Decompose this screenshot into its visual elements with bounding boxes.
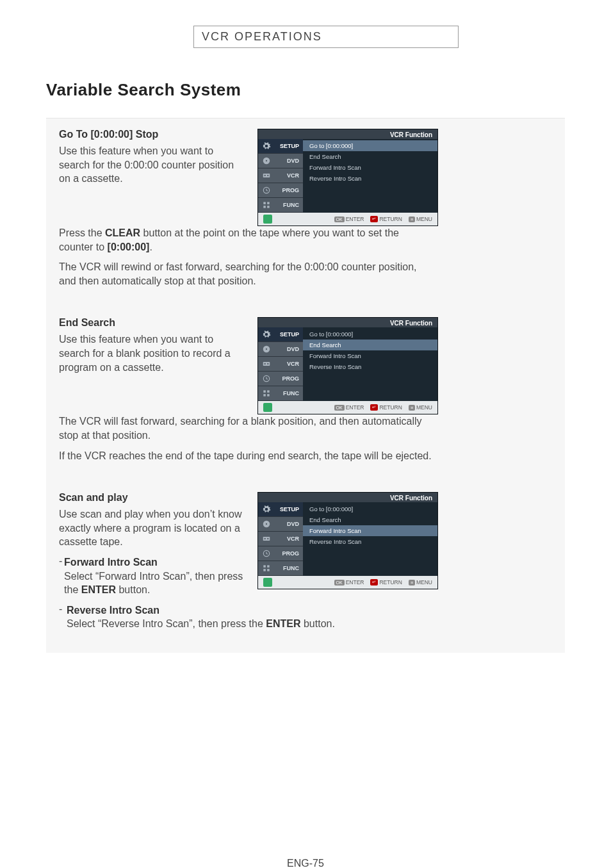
svg-rect-2 — [263, 174, 270, 177]
osd-tab-vcr: VCR — [258, 168, 303, 183]
osd-opt-goto: Go to [0:00:000] — [303, 504, 437, 514]
osd-foot-menu: ≡MENU — [409, 404, 432, 411]
disc-icon — [262, 520, 271, 528]
osd-foot-menu: ≡MENU — [409, 216, 432, 222]
osd-foot-enter: OKENTER — [334, 216, 364, 222]
endsearch-p1: Use this feature when you want to search… — [59, 332, 245, 374]
osd-foot-return: ↵RETURN — [370, 579, 402, 585]
grid-icon — [262, 564, 271, 573]
osd-tab-func: FUNC — [258, 561, 303, 576]
dpad-icon — [263, 578, 272, 587]
osd-foot-return: ↵RETURN — [370, 404, 402, 411]
osd-tabs: SETUP DVD VCR PROG FUNC — [258, 327, 303, 401]
osd-tab-prog: PROG — [258, 546, 303, 561]
goto-p2: Press the CLEAR button at the point on t… — [59, 226, 434, 254]
svg-rect-18 — [263, 395, 266, 397]
osd-opt-endsearch: End Search — [303, 151, 437, 162]
svg-rect-16 — [263, 391, 266, 393]
svg-point-4 — [267, 175, 268, 176]
goto-p3: The VCR will rewind or fast forward, sea… — [59, 260, 434, 288]
osd-tabs: SETUP DVD VCR PROG FUNC — [258, 502, 303, 576]
dpad-icon — [263, 215, 272, 224]
osd-tab-prog: PROG — [258, 183, 303, 198]
osd-menu-goto: VCR Function SETUP DVD VCR PROG FUNC Go … — [257, 129, 438, 226]
osd-menu-scanplay: VCR Function SETUP DVD VCR PROG FUNC Go … — [257, 492, 438, 589]
svg-point-21 — [266, 523, 267, 525]
osd-foot-menu: ≡MENU — [409, 579, 432, 585]
tape-icon — [262, 359, 271, 368]
gear-icon — [262, 142, 271, 151]
osd-tab-dvd: DVD — [258, 342, 303, 357]
svg-point-14 — [267, 363, 268, 364]
dpad-icon — [263, 403, 272, 412]
page-title: Variable Search System — [46, 80, 565, 100]
svg-rect-7 — [267, 202, 270, 204]
osd-footer: OKENTER ↵RETURN ≡MENU — [258, 576, 437, 589]
tape-icon — [262, 534, 271, 543]
osd-tab-vcr: VCR — [258, 532, 303, 546]
page-number: ENG-75 — [46, 858, 565, 868]
osd-tab-setup: SETUP — [258, 139, 303, 154]
osd-opt-revintro: Reverse Intro Scan — [303, 361, 437, 372]
svg-rect-29 — [267, 569, 270, 571]
osd-tab-func: FUNC — [258, 386, 303, 401]
fwd-intro-head: Forward Intro Scan — [64, 557, 158, 568]
tape-icon — [262, 171, 271, 180]
osd-foot-return: ↵RETURN — [370, 216, 402, 222]
osd-foot-enter: OKENTER — [334, 579, 364, 585]
fwd-intro-body: Select “Forward Intro Scan”, then press … — [64, 569, 245, 597]
rev-intro-body: Select “Reverse Intro Scan”, then press … — [67, 617, 335, 631]
osd-tab-vcr: VCR — [258, 357, 303, 372]
osd-options: Go to [0:00:000] End Search Forward Intr… — [303, 327, 437, 401]
osd-title: VCR Function — [258, 318, 437, 327]
svg-point-23 — [265, 538, 266, 539]
osd-opt-goto: Go to [0:00:000] — [303, 329, 437, 340]
svg-point-1 — [266, 160, 267, 161]
osd-foot-enter: OKENTER — [334, 404, 364, 411]
osd-tab-prog: PROG — [258, 372, 303, 386]
endsearch-p3: If the VCR reaches the end of the tape d… — [59, 449, 434, 463]
osd-footer: OKENTER ↵RETURN ≡MENU — [258, 213, 437, 225]
section-goto: Go To [0:00:00] Stop Use this feature wh… — [59, 129, 552, 294]
osd-opt-endsearch: End Search — [303, 340, 437, 350]
content-block: Go To [0:00:00] Stop Use this feature wh… — [46, 118, 565, 653]
page-category-text: VCR OPERATIONS — [202, 30, 322, 43]
osd-tab-setup: SETUP — [258, 327, 303, 342]
osd-footer: OKENTER ↵RETURN ≡MENU — [258, 401, 437, 414]
goto-p1: Use this feature when you want to search… — [59, 144, 245, 186]
osd-tab-func: FUNC — [258, 198, 303, 213]
osd-opt-goto: Go to [0:00:000] — [303, 140, 437, 151]
scanplay-heading: Scan and play — [59, 492, 245, 504]
osd-tab-setup: SETUP — [258, 502, 303, 517]
osd-tab-dvd: DVD — [258, 517, 303, 532]
scanplay-p1: Use scan and play when you don’t know ex… — [59, 507, 245, 549]
svg-point-13 — [265, 363, 266, 364]
osd-opt-fwdintro: Forward Intro Scan — [303, 162, 437, 173]
svg-point-24 — [267, 538, 268, 539]
grid-icon — [262, 389, 271, 398]
svg-rect-12 — [263, 362, 270, 366]
page-category-band: VCR OPERATIONS — [193, 26, 459, 48]
disc-icon — [262, 156, 271, 165]
svg-rect-6 — [263, 202, 266, 204]
svg-rect-28 — [263, 569, 266, 571]
grid-icon — [262, 201, 271, 209]
svg-point-3 — [265, 175, 266, 176]
osd-opt-revintro: Reverse Intro Scan — [303, 536, 437, 547]
clock-icon — [262, 374, 271, 383]
section-endsearch: End Search Use this feature when you wan… — [59, 317, 552, 469]
goto-heading: Go To [0:00:00] Stop — [59, 129, 245, 140]
endsearch-p2: The VCR will fast forward, searching for… — [59, 414, 434, 442]
svg-rect-26 — [263, 565, 266, 568]
gear-icon — [262, 505, 271, 514]
fwd-intro-item: - Forward Intro Scan Select “Forward Int… — [59, 555, 245, 603]
osd-opt-revintro: Reverse Intro Scan — [303, 173, 437, 184]
osd-opt-endsearch: End Search — [303, 514, 437, 525]
osd-options: Go to [0:00:000] End Search Forward Intr… — [303, 139, 437, 213]
osd-opt-fwdintro: Forward Intro Scan — [303, 350, 437, 361]
endsearch-heading: End Search — [59, 317, 245, 329]
osd-tab-dvd: DVD — [258, 154, 303, 168]
osd-menu-endsearch: VCR Function SETUP DVD VCR PROG FUNC Go … — [257, 317, 438, 414]
clock-icon — [262, 186, 271, 195]
clock-icon — [262, 549, 271, 558]
